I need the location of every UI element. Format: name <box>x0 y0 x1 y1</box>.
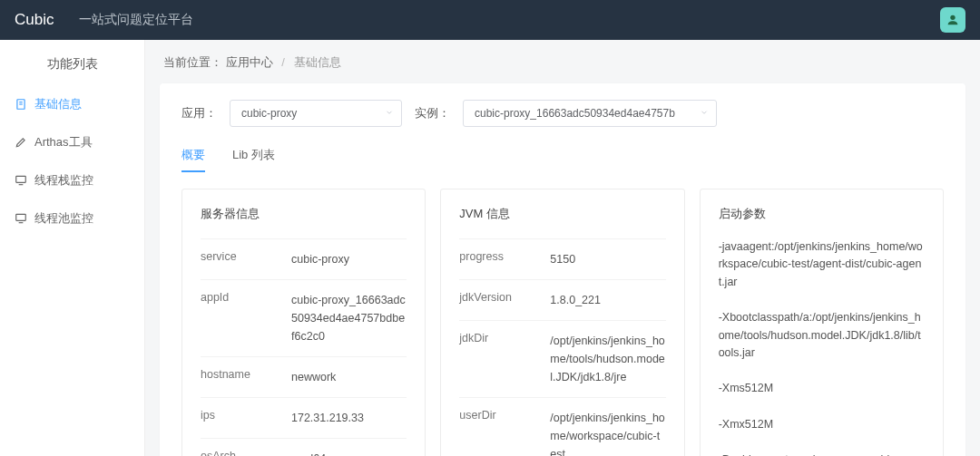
kv-value: newwork <box>291 368 336 386</box>
breadcrumb-current: 基础信息 <box>294 55 341 69</box>
sidebar-item-label: 基础信息 <box>34 96 82 112</box>
instance-select[interactable]: cubic-proxy_16663adc50934ed4ae4757b <box>463 100 717 127</box>
sidebar-item-label: 线程栈监控 <box>34 172 93 189</box>
kv-row: ips172.31.219.33 <box>201 397 407 438</box>
kv-key: jdkDir <box>459 332 550 344</box>
sidebar-title: 功能列表 <box>0 56 144 85</box>
chevron-down-icon <box>700 107 709 120</box>
kv-row: servicecubic-proxy <box>201 238 407 279</box>
breadcrumb: 当前位置： 应用中心 / 基础信息 <box>160 54 965 71</box>
cards-row: 服务器信息 servicecubic-proxyappIdcubic-proxy… <box>181 189 944 456</box>
server-info-card: 服务器信息 servicecubic-proxyappIdcubic-proxy… <box>181 189 426 456</box>
kv-row: jdkVersion1.8.0_221 <box>459 279 665 320</box>
jvm-info-card: JVM 信息 progress5150jdkVersion1.8.0_221jd… <box>440 189 684 456</box>
kv-row: hostnamenewwork <box>201 356 407 397</box>
kv-key: ips <box>201 409 291 422</box>
app-filter-label: 应用： <box>181 105 217 121</box>
kv-value: amd64 <box>291 450 326 456</box>
sidebar-item-label: 线程池监控 <box>34 210 93 227</box>
kv-row: progress5150 <box>459 238 665 279</box>
sidebar-item-arthas[interactable]: Arthas工具 <box>0 123 144 161</box>
startup-param-line: -Xmx512M <box>719 407 925 442</box>
svg-point-0 <box>950 15 955 20</box>
instance-filter-label: 实例： <box>415 105 450 121</box>
kv-key: hostname <box>201 368 291 381</box>
kv-value: cubic-proxy_16663adc50934ed4ae4757bdbef6… <box>291 291 407 345</box>
kv-row: appIdcubic-proxy_16663adc50934ed4ae4757b… <box>201 279 407 356</box>
filter-bar: 应用： cubic-proxy 实例： cubic-proxy_16663adc… <box>181 100 944 127</box>
tab-overview[interactable]: 概要 <box>181 147 205 172</box>
kv-key: service <box>201 250 291 263</box>
document-icon <box>15 98 27 111</box>
sidebar-item-label: Arthas工具 <box>34 134 93 150</box>
card-title: JVM 信息 <box>459 206 665 222</box>
startup-param-line: -Xbootclasspath/a:/opt/jenkins/jenkins_h… <box>719 300 925 371</box>
kv-row: jdkDir/opt/jenkins/jenkins_home/tools/hu… <box>459 320 665 397</box>
breadcrumb-parent[interactable]: 应用中心 <box>226 55 273 69</box>
kv-value: 1.8.0_221 <box>550 291 601 309</box>
startup-param-line: -Dcubic.agent.service_name=cubic-proxy <box>719 442 925 456</box>
svg-rect-6 <box>16 214 26 220</box>
tab-lib-list[interactable]: Lib 列表 <box>232 147 275 172</box>
app-tagline: 一站式问题定位平台 <box>79 12 193 28</box>
kv-row: userDir/opt/jenkins/jenkins_home/workspa… <box>459 397 665 456</box>
avatar[interactable] <box>940 7 965 33</box>
instance-select-value: cubic-proxy_16663adc50934ed4ae4757b <box>475 107 675 120</box>
kv-key: osArch <box>201 450 291 456</box>
kv-key: jdkVersion <box>459 291 550 304</box>
kv-value: 5150 <box>550 250 575 268</box>
chevron-down-icon <box>385 107 394 120</box>
breadcrumb-prefix: 当前位置： <box>163 55 222 69</box>
top-header: Cubic 一站式问题定位平台 <box>0 0 980 40</box>
kv-key: appId <box>201 291 291 304</box>
startup-params-card: 启动参数 -javaagent:/opt/jenkins/jenkins_hom… <box>700 189 944 456</box>
app-select[interactable]: cubic-proxy <box>230 100 402 127</box>
card-title: 服务器信息 <box>201 206 407 222</box>
sidebar-item-thread-stack[interactable]: 线程栈监控 <box>0 161 144 199</box>
monitor-icon <box>15 212 27 225</box>
card-title: 启动参数 <box>719 206 925 222</box>
sidebar: 功能列表 基础信息 Arthas工具 线程栈监控 线程池监控 <box>0 40 145 456</box>
user-icon <box>946 13 960 27</box>
kv-value: /opt/jenkins/jenkins_home/workspace/cubi… <box>550 409 665 456</box>
startup-param-line: -javaagent:/opt/jenkins/jenkins_home/wor… <box>719 238 925 300</box>
edit-icon <box>15 136 27 149</box>
sidebar-item-basic-info[interactable]: 基础信息 <box>0 85 144 123</box>
app-logo: Cubic <box>15 11 54 29</box>
kv-key: progress <box>459 250 550 263</box>
breadcrumb-separator: / <box>281 55 285 69</box>
tabs: 概要 Lib 列表 <box>181 147 944 172</box>
content-panel: 应用： cubic-proxy 实例： cubic-proxy_16663adc… <box>160 83 965 456</box>
main-content: 当前位置： 应用中心 / 基础信息 应用： cubic-proxy 实例： cu… <box>145 40 980 456</box>
kv-row: osArchamd64 <box>201 438 407 456</box>
kv-value: /opt/jenkins/jenkins_home/tools/hudson.m… <box>550 332 665 386</box>
monitor-icon <box>15 174 27 187</box>
sidebar-item-thread-pool[interactable]: 线程池监控 <box>0 199 144 238</box>
svg-rect-4 <box>16 176 26 182</box>
app-select-value: cubic-proxy <box>241 107 297 120</box>
startup-param-line: -Xms512M <box>719 371 925 406</box>
kv-value: cubic-proxy <box>291 250 349 268</box>
kv-key: userDir <box>459 409 550 422</box>
kv-value: 172.31.219.33 <box>291 409 364 427</box>
